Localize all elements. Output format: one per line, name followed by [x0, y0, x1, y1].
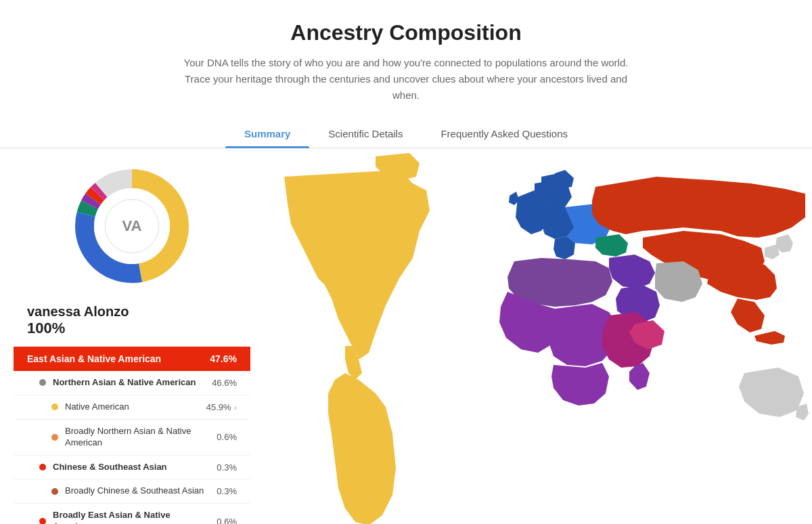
top-category-label: East Asian & Native American — [27, 353, 161, 364]
top-category-pct: 47.6% — [210, 353, 237, 364]
ancestry-dot — [39, 379, 46, 386]
user-percent: 100% — [14, 320, 250, 347]
item-name: Native American — [65, 401, 201, 413]
tab-faq[interactable]: Frequently Asked Questions — [422, 120, 587, 148]
page-header: Ancestry Composition Your DNA tells the … — [0, 0, 812, 104]
item-name: Northern Asian & Native American — [53, 377, 206, 389]
chevron-right-icon: › — [234, 402, 237, 412]
list-item[interactable]: Chinese & Southeast Asian 0.3% — [14, 456, 250, 480]
item-pct: 46.6% — [212, 378, 237, 388]
item-pct: 0.3% — [217, 462, 237, 473]
tab-summary[interactable]: Summary — [225, 120, 309, 148]
ancestry-dot — [39, 518, 46, 524]
item-pct: 0.6% — [217, 432, 237, 442]
main-content: VA vanessa Alonzo 100% East Asian & Nati… — [0, 148, 812, 524]
tab-bar: Summary Scientific Details Frequently As… — [0, 120, 812, 148]
item-name: Broadly Chinese & Southeast Asian — [65, 485, 211, 497]
list-item[interactable]: Broadly Chinese & Southeast Asian 0.3% — [14, 479, 250, 504]
donut-chart: VA — [68, 162, 196, 290]
page-title: Ancestry Composition — [14, 20, 798, 45]
ancestry-dot — [51, 488, 58, 495]
item-pct: 0.3% — [217, 486, 237, 496]
item-name: Broadly Northern Asian & Native American — [65, 426, 211, 449]
donut-chart-area: VA — [14, 162, 250, 290]
item-pct: 0.6% — [217, 517, 237, 524]
item-pct: 45.9% — [206, 402, 231, 412]
tab-scientific[interactable]: Scientific Details — [309, 120, 422, 148]
ancestry-list: East Asian & Native American 47.6% North… — [14, 347, 250, 524]
top-category[interactable]: East Asian & Native American 47.6% — [14, 347, 250, 371]
left-panel: VA vanessa Alonzo 100% East Asian & Nati… — [0, 148, 250, 524]
item-name: Broadly East Asian & Native American — [53, 510, 211, 524]
ancestry-dot — [39, 464, 46, 471]
ancestry-dot — [51, 403, 58, 410]
list-item[interactable]: Broadly Northern Asian & Native American… — [14, 420, 250, 456]
list-item[interactable]: Broadly East Asian & Native American 0.6… — [14, 504, 250, 524]
item-name: Chinese & Southeast Asian — [53, 462, 211, 473]
user-initials: VA — [105, 199, 159, 253]
page-subtitle: Your DNA tells the story of who you are … — [176, 55, 636, 104]
ancestry-dot — [51, 434, 58, 441]
world-map — [250, 148, 812, 524]
user-name: vanessa Alonzo — [14, 304, 250, 320]
list-item[interactable]: Northern Asian & Native American 46.6% — [14, 371, 250, 395]
list-item[interactable]: Native American 45.9% › — [14, 395, 250, 420]
